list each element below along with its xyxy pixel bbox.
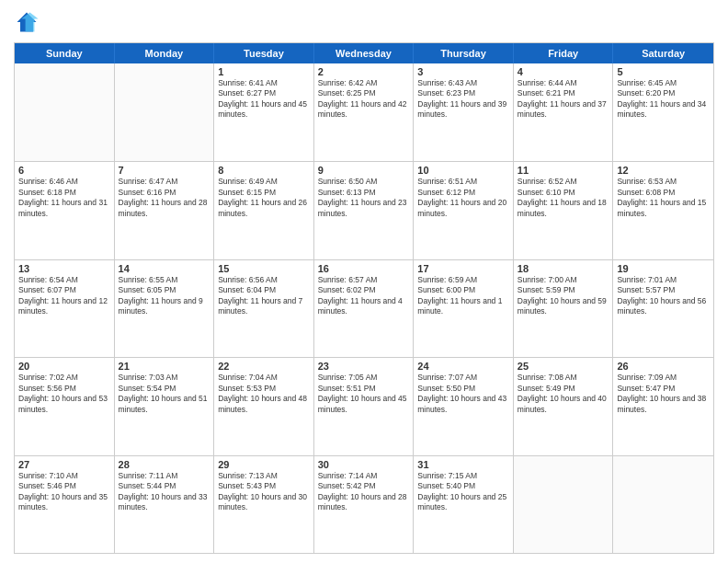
calendar-cell: 10Sunrise: 6:51 AM Sunset: 6:12 PM Dayli… — [414, 162, 514, 259]
day-number: 18 — [518, 263, 609, 274]
calendar-cell: 13Sunrise: 6:54 AM Sunset: 6:07 PM Dayli… — [15, 260, 115, 357]
cell-info: Sunrise: 7:15 AM Sunset: 5:40 PM Dayligh… — [417, 471, 509, 513]
calendar-header: SundayMondayTuesdayWednesdayThursdayFrid… — [15, 43, 713, 63]
calendar-cell: 31Sunrise: 7:15 AM Sunset: 5:40 PM Dayli… — [414, 456, 514, 553]
cell-info: Sunrise: 6:50 AM Sunset: 6:13 PM Dayligh… — [318, 177, 410, 219]
day-number: 7 — [119, 165, 210, 176]
day-number: 27 — [18, 459, 110, 470]
day-number: 14 — [119, 263, 210, 274]
cell-info: Sunrise: 7:09 AM Sunset: 5:47 PM Dayligh… — [617, 373, 710, 415]
calendar-cell: 24Sunrise: 7:07 AM Sunset: 5:50 PM Dayli… — [414, 358, 514, 454]
cell-info: Sunrise: 6:44 AM Sunset: 6:21 PM Dayligh… — [518, 78, 609, 121]
day-number: 21 — [119, 361, 210, 372]
calendar-cell: 22Sunrise: 7:04 AM Sunset: 5:53 PM Dayli… — [214, 358, 314, 454]
cell-info: Sunrise: 6:49 AM Sunset: 6:15 PM Dayligh… — [218, 177, 310, 219]
day-number: 10 — [417, 165, 509, 176]
day-number: 30 — [318, 459, 410, 470]
calendar-cell: 16Sunrise: 6:57 AM Sunset: 6:02 PM Dayli… — [314, 260, 415, 357]
calendar-cell — [514, 456, 614, 553]
cell-info: Sunrise: 6:41 AM Sunset: 6:27 PM Dayligh… — [218, 78, 310, 121]
calendar-cell: 7Sunrise: 6:47 AM Sunset: 6:16 PM Daylig… — [115, 162, 215, 259]
cell-info: Sunrise: 7:13 AM Sunset: 5:43 PM Dayligh… — [218, 471, 310, 513]
day-number: 23 — [318, 361, 410, 372]
cell-info: Sunrise: 6:55 AM Sunset: 6:05 PM Dayligh… — [119, 275, 210, 317]
cell-info: Sunrise: 7:11 AM Sunset: 5:44 PM Dayligh… — [119, 471, 210, 513]
cell-info: Sunrise: 6:57 AM Sunset: 6:02 PM Dayligh… — [318, 275, 410, 317]
day-number: 29 — [218, 459, 310, 470]
calendar-cell: 14Sunrise: 6:55 AM Sunset: 6:05 PM Dayli… — [115, 260, 215, 357]
cell-info: Sunrise: 6:59 AM Sunset: 6:00 PM Dayligh… — [417, 275, 509, 317]
calendar-cell: 23Sunrise: 7:05 AM Sunset: 5:51 PM Dayli… — [314, 358, 415, 454]
weekday-header: Sunday — [15, 43, 115, 63]
day-number: 3 — [417, 66, 509, 77]
calendar-cell: 30Sunrise: 7:14 AM Sunset: 5:42 PM Dayli… — [314, 456, 415, 553]
weekday-header: Tuesday — [214, 43, 314, 63]
cell-info: Sunrise: 6:43 AM Sunset: 6:23 PM Dayligh… — [417, 78, 509, 121]
calendar-row: 20Sunrise: 7:02 AM Sunset: 5:56 PM Dayli… — [15, 357, 713, 454]
calendar-cell: 28Sunrise: 7:11 AM Sunset: 5:44 PM Dayli… — [115, 456, 215, 553]
logo — [14, 9, 43, 35]
cell-info: Sunrise: 6:42 AM Sunset: 6:25 PM Dayligh… — [318, 78, 410, 121]
weekday-header: Friday — [514, 43, 614, 63]
day-number: 25 — [518, 361, 609, 372]
calendar-cell: 4Sunrise: 6:44 AM Sunset: 6:21 PM Daylig… — [514, 63, 614, 161]
cell-info: Sunrise: 6:45 AM Sunset: 6:20 PM Dayligh… — [617, 78, 710, 121]
calendar-cell: 6Sunrise: 6:46 AM Sunset: 6:18 PM Daylig… — [15, 162, 115, 259]
cell-info: Sunrise: 7:03 AM Sunset: 5:54 PM Dayligh… — [119, 373, 210, 415]
cell-info: Sunrise: 6:56 AM Sunset: 6:04 PM Dayligh… — [218, 275, 310, 317]
cell-info: Sunrise: 6:46 AM Sunset: 6:18 PM Dayligh… — [18, 177, 110, 219]
weekday-header: Saturday — [613, 43, 713, 63]
cell-info: Sunrise: 7:10 AM Sunset: 5:46 PM Dayligh… — [18, 471, 110, 513]
calendar-cell: 29Sunrise: 7:13 AM Sunset: 5:43 PM Dayli… — [214, 456, 314, 553]
calendar-cell: 18Sunrise: 7:00 AM Sunset: 5:59 PM Dayli… — [514, 260, 614, 357]
calendar-row: 6Sunrise: 6:46 AM Sunset: 6:18 PM Daylig… — [15, 161, 713, 259]
cell-info: Sunrise: 6:52 AM Sunset: 6:10 PM Dayligh… — [518, 177, 609, 219]
calendar-cell: 27Sunrise: 7:10 AM Sunset: 5:46 PM Dayli… — [15, 456, 115, 553]
cell-info: Sunrise: 6:53 AM Sunset: 6:08 PM Dayligh… — [617, 177, 710, 219]
weekday-header: Monday — [115, 43, 215, 63]
day-number: 16 — [318, 263, 410, 274]
day-number: 17 — [417, 263, 509, 274]
calendar-cell: 3Sunrise: 6:43 AM Sunset: 6:23 PM Daylig… — [414, 63, 514, 161]
cell-info: Sunrise: 7:04 AM Sunset: 5:53 PM Dayligh… — [218, 373, 310, 415]
calendar-cell: 25Sunrise: 7:08 AM Sunset: 5:49 PM Dayli… — [514, 358, 614, 454]
calendar-cell — [15, 63, 115, 161]
calendar-cell: 5Sunrise: 6:45 AM Sunset: 6:20 PM Daylig… — [613, 63, 713, 161]
cell-info: Sunrise: 7:05 AM Sunset: 5:51 PM Dayligh… — [318, 373, 410, 415]
calendar-row: 27Sunrise: 7:10 AM Sunset: 5:46 PM Dayli… — [15, 455, 713, 553]
day-number: 1 — [218, 66, 310, 77]
day-number: 4 — [518, 66, 609, 77]
cell-info: Sunrise: 7:08 AM Sunset: 5:49 PM Dayligh… — [518, 373, 609, 415]
calendar-body: 1Sunrise: 6:41 AM Sunset: 6:27 PM Daylig… — [15, 63, 713, 553]
day-number: 26 — [617, 361, 710, 372]
calendar-cell: 8Sunrise: 6:49 AM Sunset: 6:15 PM Daylig… — [214, 162, 314, 259]
day-number: 9 — [318, 165, 410, 176]
calendar-cell: 11Sunrise: 6:52 AM Sunset: 6:10 PM Dayli… — [514, 162, 614, 259]
day-number: 19 — [617, 263, 710, 274]
page: SundayMondayTuesdayWednesdayThursdayFrid… — [0, 0, 728, 563]
weekday-header: Wednesday — [314, 43, 415, 63]
calendar-cell: 20Sunrise: 7:02 AM Sunset: 5:56 PM Dayli… — [15, 358, 115, 454]
calendar-cell: 19Sunrise: 7:01 AM Sunset: 5:57 PM Dayli… — [613, 260, 713, 357]
logo-icon — [14, 9, 40, 35]
calendar-cell: 1Sunrise: 6:41 AM Sunset: 6:27 PM Daylig… — [214, 63, 314, 161]
cell-info: Sunrise: 7:01 AM Sunset: 5:57 PM Dayligh… — [617, 275, 710, 317]
day-number: 22 — [218, 361, 310, 372]
day-number: 12 — [617, 165, 710, 176]
calendar-cell — [613, 456, 713, 553]
day-number: 13 — [18, 263, 110, 274]
day-number: 31 — [417, 459, 509, 470]
calendar-cell: 12Sunrise: 6:53 AM Sunset: 6:08 PM Dayli… — [613, 162, 713, 259]
calendar-cell: 2Sunrise: 6:42 AM Sunset: 6:25 PM Daylig… — [314, 63, 415, 161]
day-number: 8 — [218, 165, 310, 176]
day-number: 2 — [318, 66, 410, 77]
day-number: 20 — [18, 361, 110, 372]
calendar-cell: 26Sunrise: 7:09 AM Sunset: 5:47 PM Dayli… — [613, 358, 713, 454]
day-number: 6 — [18, 165, 110, 176]
day-number: 11 — [518, 165, 609, 176]
day-number: 28 — [119, 459, 210, 470]
cell-info: Sunrise: 7:02 AM Sunset: 5:56 PM Dayligh… — [18, 373, 110, 415]
calendar-cell: 17Sunrise: 6:59 AM Sunset: 6:00 PM Dayli… — [414, 260, 514, 357]
calendar-cell: 9Sunrise: 6:50 AM Sunset: 6:13 PM Daylig… — [314, 162, 415, 259]
day-number: 5 — [617, 66, 710, 77]
